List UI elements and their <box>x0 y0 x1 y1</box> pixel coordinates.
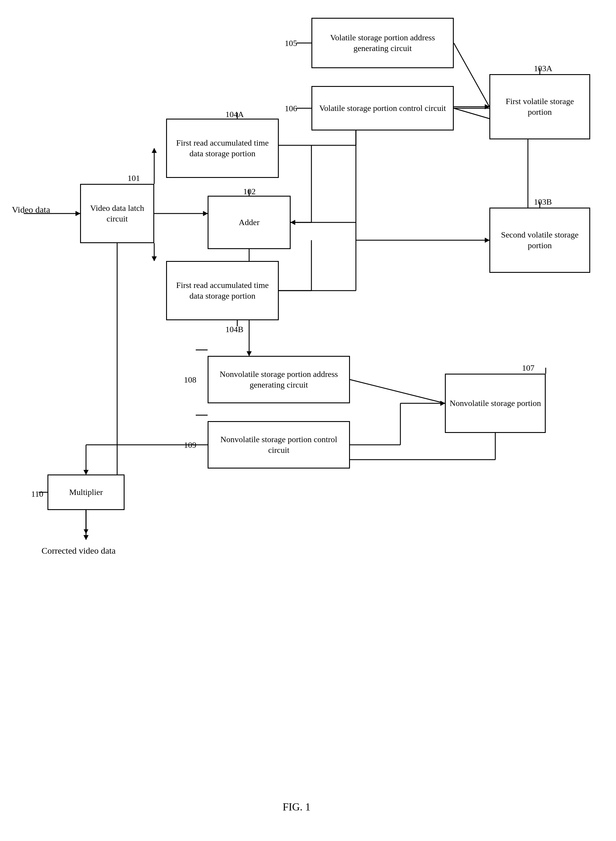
ref-107: 107 <box>522 363 534 373</box>
svg-marker-11 <box>485 104 489 109</box>
second-volatile-box: Second volatile storage portion <box>489 208 590 273</box>
volatile-ctrl-label: Volatile storage portion control circuit <box>319 103 446 114</box>
ref-101: 101 <box>128 173 140 183</box>
svg-marker-59 <box>84 529 88 534</box>
video-latch-label: Video data latch circuit <box>84 203 150 224</box>
nonvol-ctrl-label: Nonvolatile storage portion control circ… <box>211 434 346 456</box>
second-volatile-label: Second volatile storage portion <box>493 230 586 251</box>
ref-104b: 104B <box>225 325 243 334</box>
volatile-addr-label: Volatile storage portion address generat… <box>315 32 450 54</box>
nonvol-storage-label: Nonvolatile storage portion <box>450 398 541 409</box>
svg-line-1 <box>454 108 489 119</box>
ref-104a: 104A <box>225 110 244 119</box>
svg-marker-30 <box>247 352 251 356</box>
adder-label: Adder <box>239 217 260 228</box>
svg-marker-38 <box>84 470 88 475</box>
ref-108: 108 <box>184 375 197 385</box>
svg-marker-17 <box>152 256 157 261</box>
first-volatile-box: First volatile storage portion <box>489 74 590 139</box>
nonvol-addr-label: Nonvolatile storage portion address gene… <box>211 369 346 391</box>
nonvol-storage-box: Nonvolatile storage portion <box>445 374 546 433</box>
first-volatile-label: First volatile storage portion <box>493 96 586 118</box>
multiplier-label: Multiplier <box>69 487 103 498</box>
svg-marker-7 <box>290 220 295 225</box>
fig-label: FIG. 1 <box>252 801 341 813</box>
corrected-video-text: Corrected video data <box>41 546 116 556</box>
svg-marker-24 <box>485 238 489 243</box>
adder-box: Adder <box>208 196 290 249</box>
volatile-addr-box: Volatile storage portion address generat… <box>311 18 454 68</box>
svg-marker-13 <box>152 148 157 153</box>
first-accum-b-box: First read accumulated time data storage… <box>166 261 279 320</box>
diagram: Volatile storage portion address generat… <box>0 0 616 841</box>
video-latch-box: Video data latch circuit <box>80 184 154 243</box>
svg-line-0 <box>454 43 489 107</box>
ref-102: 102 <box>243 187 256 196</box>
video-data-text: Video data <box>12 205 50 215</box>
ref-110: 110 <box>31 489 43 499</box>
nonvol-addr-box: Nonvolatile storage portion address gene… <box>208 356 350 403</box>
volatile-ctrl-box: Volatile storage portion control circuit <box>311 86 454 130</box>
ref-109: 109 <box>184 440 197 450</box>
svg-marker-19 <box>76 211 80 216</box>
ref-105: 105 <box>285 38 297 48</box>
svg-line-31 <box>350 379 445 403</box>
multiplier-box: Multiplier <box>47 475 125 510</box>
ref-103b: 103B <box>534 197 552 207</box>
ref-106: 106 <box>285 104 297 113</box>
svg-marker-35 <box>440 401 445 406</box>
output-arrow <box>80 510 92 540</box>
ref-103a: 103A <box>534 64 552 73</box>
nonvol-ctrl-box: Nonvolatile storage portion control circ… <box>208 421 350 469</box>
first-accum-b-label: First read accumulated time data storage… <box>170 280 275 302</box>
first-accum-a-box: First read accumulated time data storage… <box>166 119 279 178</box>
svg-marker-15 <box>203 211 208 216</box>
first-accum-a-label: First read accumulated time data storage… <box>170 138 275 159</box>
